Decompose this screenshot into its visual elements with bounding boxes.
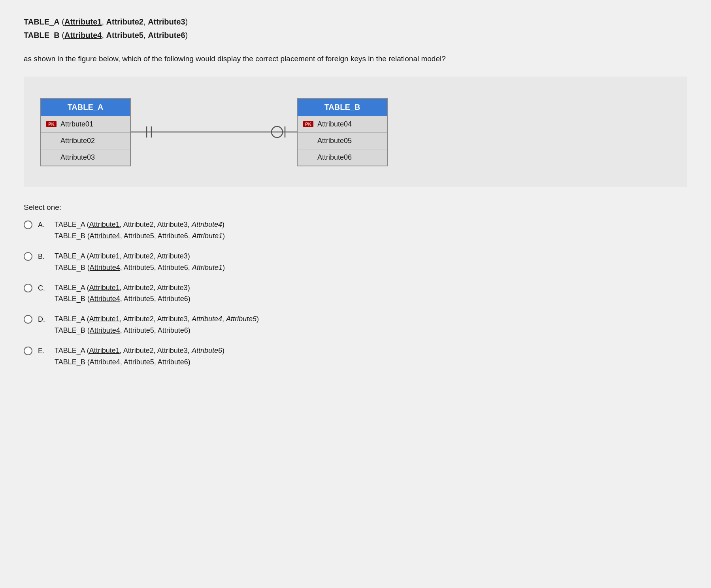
option-e-letter: E.: [38, 345, 49, 357]
radio-e[interactable]: [24, 347, 32, 355]
pk-badge-a1: PK: [46, 121, 57, 127]
radio-b[interactable]: [24, 252, 32, 261]
table-a-attr2: Attribute02: [60, 137, 95, 145]
table-b-attr2: Attribute05: [317, 137, 352, 145]
option-b-text: TABLE_A (Attribute1, Attribute2, Attribu…: [55, 251, 687, 273]
table-b-row-3: Attribute06: [298, 149, 387, 166]
table-a-attr3: Attribute03: [60, 153, 95, 162]
table-b-attr1: Attribute04: [317, 120, 352, 128]
table-a-attr1: Attrbute01: [60, 120, 93, 128]
radio-d[interactable]: [24, 315, 32, 324]
option-e[interactable]: E. TABLE_A (Attribute1, Attribute2, Attr…: [24, 345, 687, 368]
table-a-row-1: PK Attrbute01: [41, 116, 130, 132]
question-body: as shown in the figure below, which of t…: [24, 53, 687, 65]
header-line1: TABLE_A (Attribute1, Attribute2, Attribu…: [24, 16, 687, 28]
option-d-text: TABLE_A (Attribute1, Attribute2, Attribu…: [55, 313, 687, 336]
question-header: TABLE_A (Attribute1, Attribute2, Attribu…: [24, 16, 687, 41]
option-e-text: TABLE_A (Attribute1, Attribute2, Attribu…: [55, 345, 687, 368]
table-b-row-2: Attribute05: [298, 132, 387, 149]
relationship-connector: [131, 120, 297, 144]
select-one-label: Select one:: [24, 203, 687, 212]
option-c-text: TABLE_A (Attribute1, Attribute2, Attribu…: [55, 282, 687, 305]
option-c[interactable]: C. TABLE_A (Attribute1, Attribute2, Attr…: [24, 282, 687, 305]
table-a: TABLE_A PK Attrbute01 Attribute02 Attrib…: [40, 98, 131, 166]
table-b-header: TABLE_B: [298, 99, 387, 116]
option-a-text: TABLE_A (Attribute1, Attribute2, Attribu…: [55, 219, 687, 242]
diagram-container: TABLE_A PK Attrbute01 Attribute02 Attrib…: [24, 77, 687, 187]
options-section: Select one: A. TABLE_A (Attribute1, Attr…: [24, 203, 687, 368]
radio-c[interactable]: [24, 284, 32, 292]
table-a-row-3: Attribute03: [41, 149, 130, 166]
option-a[interactable]: A. TABLE_A (Attribute1, Attribute2, Attr…: [24, 219, 687, 242]
option-d-letter: D.: [38, 314, 49, 325]
radio-a[interactable]: [24, 220, 32, 229]
header-line2: TABLE_B (Attribute4, Attribute5, Attribu…: [24, 29, 687, 41]
table-b-attr3: Attribute06: [317, 153, 352, 162]
connector-svg: [131, 116, 297, 148]
table-b-row-1: PK Attribute04: [298, 116, 387, 132]
table-a-header: TABLE_A: [41, 99, 130, 116]
table-a-row-2: Attribute02: [41, 132, 130, 149]
option-c-letter: C.: [38, 283, 49, 294]
option-b-letter: B.: [38, 251, 49, 262]
option-b[interactable]: B. TABLE_A (Attribute1, Attribute2, Attr…: [24, 251, 687, 273]
option-a-letter: A.: [38, 219, 49, 231]
option-d[interactable]: D. TABLE_A (Attribute1, Attribute2, Attr…: [24, 313, 687, 336]
table-b: TABLE_B PK Attribute04 Attribute05 Attri…: [297, 98, 388, 166]
pk-badge-b1: PK: [303, 121, 313, 127]
